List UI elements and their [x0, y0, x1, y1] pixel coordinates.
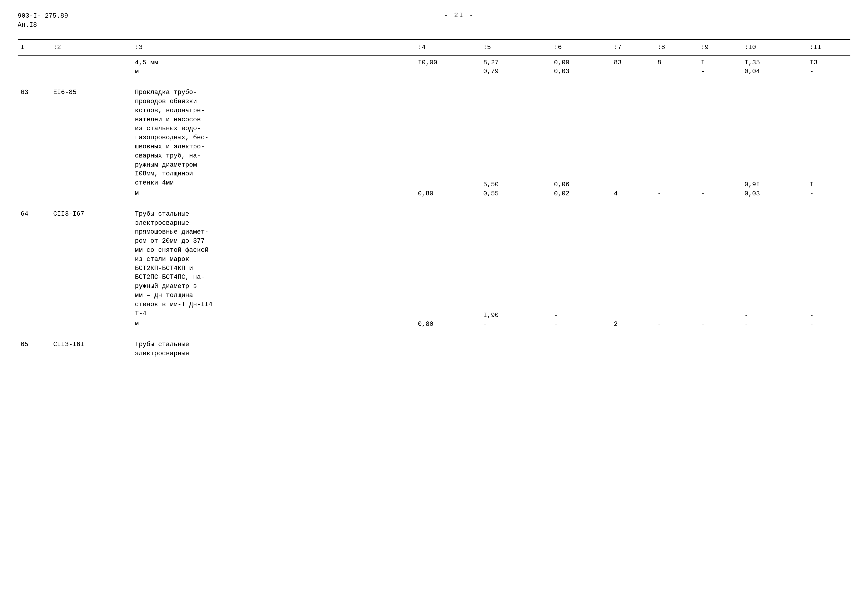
- row65-col5: [480, 332, 551, 361]
- row63-col5: 5,50 0,55: [480, 79, 551, 201]
- row65-col6: [551, 332, 611, 361]
- header-sheet-ref: Ан.I8: [18, 21, 68, 30]
- col-header-9: :9: [698, 39, 741, 55]
- row64-col1: 64: [18, 201, 50, 332]
- header-center: - 2I -: [444, 12, 474, 19]
- row65-description: Трубы стальныеэлектросварные: [135, 340, 412, 358]
- row0-col6: 0,09 0,03: [551, 55, 611, 79]
- row65-col2: СII3-I6I: [50, 332, 132, 361]
- col-header-2: :2: [50, 39, 132, 55]
- row63-col9: -: [698, 79, 741, 201]
- col-header-4: :4: [415, 39, 480, 55]
- row64-col10: - -: [741, 201, 807, 332]
- main-table: I :2 :3 :4 :5 :6 :7 :8 :9 :I0 :II 4,5 мм…: [18, 39, 850, 361]
- row64-unit: м: [135, 319, 412, 329]
- row0-col8: 8: [654, 55, 698, 79]
- row0-col2: [50, 55, 132, 79]
- page-header: 903-I- 275.89 Ан.I8 - 2I -: [18, 12, 850, 30]
- row0-col11: I3 -: [807, 55, 850, 79]
- col-header-8: :8: [654, 39, 698, 55]
- col-header-6: :6: [551, 39, 611, 55]
- col-header-5: :5: [480, 39, 551, 55]
- row63-unit: м: [135, 189, 412, 198]
- row63-col6: 0,06 0,02: [551, 79, 611, 201]
- col-header-7: :7: [611, 39, 654, 55]
- row63-col8: -: [654, 79, 698, 201]
- row64-col11: - -: [807, 201, 850, 332]
- header-doc-number: 903-I- 275.89: [18, 12, 68, 21]
- row64-col8: -: [654, 201, 698, 332]
- row0-col4: I0,00: [415, 55, 480, 79]
- table-row: 63 EI6-85 Прокладка трубо-проводов обвяз…: [18, 79, 850, 201]
- row64-col9: -: [698, 201, 741, 332]
- row65-col10: [741, 332, 807, 361]
- row0-col10: I,35 0,04: [741, 55, 807, 79]
- row65-col3: Трубы стальныеэлектросварные: [132, 332, 415, 361]
- row64-col7: 2: [611, 201, 654, 332]
- col-header-10: :I0: [741, 39, 807, 55]
- row64-description: Трубы стальныеэлектросварныепрямошовные …: [135, 210, 412, 319]
- row63-col4: 0,80: [415, 79, 480, 201]
- row63-description: Прокладка трубо-проводов обвязкикотлов, …: [135, 88, 412, 188]
- row63-col2: EI6-85: [50, 79, 132, 201]
- header-left: 903-I- 275.89 Ан.I8: [18, 12, 68, 30]
- row63-col7: 4: [611, 79, 654, 201]
- row64-col3: Трубы стальныеэлектросварныепрямошовные …: [132, 201, 415, 332]
- row63-col1: 63: [18, 79, 50, 201]
- row65-col7: [611, 332, 654, 361]
- table-row: 64 СII3-I67 Трубы стальныеэлектросварные…: [18, 201, 850, 332]
- row63-col3: Прокладка трубо-проводов обвязкикотлов, …: [132, 79, 415, 201]
- row63-col11: I -: [807, 79, 850, 201]
- row0-col5: 8,27 0,79: [480, 55, 551, 79]
- col-header-11: :II: [807, 39, 850, 55]
- row65-col1: 65: [18, 332, 50, 361]
- row0-col3: 4,5 мм м: [132, 55, 415, 79]
- row64-col6: - -: [551, 201, 611, 332]
- table-header-row: I :2 :3 :4 :5 :6 :7 :8 :9 :I0 :II: [18, 39, 850, 55]
- row65-col11: [807, 332, 850, 361]
- row65-col9: [698, 332, 741, 361]
- row65-col4: [415, 332, 480, 361]
- row65-col8: [654, 332, 698, 361]
- row64-col4: 0,80: [415, 201, 480, 332]
- col-header-3: :3: [132, 39, 415, 55]
- table-row: 65 СII3-I6I Трубы стальныеэлектросварные: [18, 332, 850, 361]
- row63-col10: 0,9I 0,03: [741, 79, 807, 201]
- col-header-1: I: [18, 39, 50, 55]
- row0-col9: I -: [698, 55, 741, 79]
- row0-unit: м: [135, 67, 412, 77]
- row0-description: 4,5 мм: [135, 59, 412, 68]
- row0-col1: [18, 55, 50, 79]
- row64-col5: I,90 -: [480, 201, 551, 332]
- row64-col2: СII3-I67: [50, 201, 132, 332]
- row0-col7: 83: [611, 55, 654, 79]
- table-row: 4,5 мм м I0,00 8,27 0,79 0,09 0,03 83 8: [18, 55, 850, 79]
